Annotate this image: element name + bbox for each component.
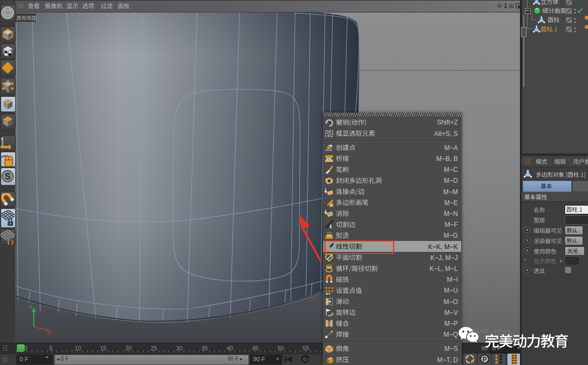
svg-text:P: P [482, 356, 487, 363]
